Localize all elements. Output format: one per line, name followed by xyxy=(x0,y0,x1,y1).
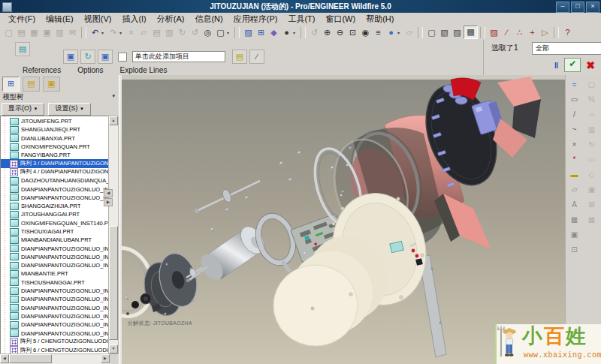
shaded-style-icon[interactable]: ▩ xyxy=(464,26,478,39)
tree-item[interactable]: DIANPIANPANTOUZIGONLUO_INST1.P xyxy=(1,329,110,337)
tree-item[interactable]: DIANPIANPANTOUZIGONLUO_INST1.P xyxy=(1,194,110,202)
tree-item[interactable]: DIANPIANPANTOUZIGONLUO_INST1.P xyxy=(1,261,110,269)
folder-browser-tab[interactable]: ▤ xyxy=(23,77,40,92)
burst-icon[interactable]: * xyxy=(568,154,581,165)
tree-item[interactable]: DIANPIANPANTOUZIGONLUO_INST1.P xyxy=(1,312,110,320)
select-filter-icon[interactable]: ▢ xyxy=(214,26,227,38)
no-hidden-style-icon[interactable]: ▨ xyxy=(451,26,464,38)
zoom-out-icon[interactable]: ⊖ xyxy=(334,26,346,38)
redo-icon-dropdown[interactable]: ▾ xyxy=(119,30,125,35)
undo-icon-dropdown[interactable]: ▾ xyxy=(101,30,107,35)
minimize-button[interactable]: – xyxy=(556,2,569,13)
rotate-resize-icon[interactable]: ↻ xyxy=(585,139,598,150)
favorites-tab[interactable]: ▣ xyxy=(43,77,60,92)
sash-collapse-control[interactable]: ◀ ▶ xyxy=(104,189,113,207)
find-icon[interactable]: ◎ xyxy=(201,26,214,38)
saved-state-icon[interactable]: ▤ xyxy=(232,50,247,64)
ruler-icon[interactable]: ▬ xyxy=(568,169,581,180)
tree-item[interactable]: DIANPIANPANTOUZIGONLUO_INST1.P xyxy=(1,320,110,329)
divide-icon[interactable]: % xyxy=(585,94,598,105)
tree-item[interactable]: DAOZHOUTANHUANGDIANQUA_INSTG xyxy=(1,176,110,185)
close-button[interactable]: × xyxy=(586,2,599,13)
cancel-button[interactable]: ✖ xyxy=(586,59,595,71)
tree-item[interactable]: MIANBANTIE.PRT xyxy=(1,269,110,278)
menu-item[interactable]: 视图(V) xyxy=(79,14,117,25)
tree-item[interactable]: DIANLUBANXIA.PRT xyxy=(1,134,110,143)
vscroll-thumb[interactable] xyxy=(109,226,118,340)
point-display-icon[interactable]: ∴ xyxy=(513,26,526,38)
default-explode-checkbox[interactable] xyxy=(118,53,127,62)
tree-item[interactable]: 阵列 3 / DIANPIANPANTOUZIGONLUO xyxy=(1,159,110,167)
menu-item[interactable]: 分析(A) xyxy=(152,14,190,25)
undo-icon[interactable]: ↶ xyxy=(89,26,101,38)
line-icon[interactable]: / xyxy=(568,109,581,120)
tree-item[interactable]: TISHOUSHANGGAI.PRT xyxy=(1,278,110,287)
render-icon[interactable]: ● xyxy=(280,26,293,38)
dashboard-tab-explode-lines[interactable]: Explode Lines xyxy=(120,66,168,74)
axis-display-icon[interactable]: ∕ xyxy=(500,26,513,38)
menu-item[interactable]: 窗口(W) xyxy=(320,14,361,25)
datum-axis-icon[interactable]: ⊞ xyxy=(255,26,267,38)
scroll-left-icon[interactable]: ◀ xyxy=(0,354,9,363)
explode-position-icon[interactable]: ▣ xyxy=(63,50,78,64)
chamfer-icon[interactable]: ◇ xyxy=(585,169,598,180)
view-manager-icon-dropdown[interactable]: ▾ xyxy=(397,30,403,35)
tree-item[interactable]: OXINGMIFENGQUAN.PRT xyxy=(1,143,110,151)
menu-item[interactable]: 插入(I) xyxy=(116,14,151,25)
header-caret-icon[interactable]: ▾ xyxy=(112,93,115,99)
tree-item[interactable]: DIANPIANPANTOUZIGONLUO_INST1.P xyxy=(1,295,110,303)
datum-plane-icon[interactable]: ▨ xyxy=(242,26,255,38)
dashboard-tab-options[interactable]: Options xyxy=(77,66,103,74)
annotation-display-icon[interactable]: ▷ xyxy=(539,26,551,38)
tree-item[interactable]: DIANPIANPANTOUZIGONLUO_INST1.P xyxy=(1,287,110,295)
pattern-icon[interactable]: ▣ xyxy=(585,184,598,195)
render-icon-dropdown[interactable]: ▾ xyxy=(293,30,298,35)
spline-icon[interactable]: ≈ xyxy=(568,79,581,90)
tree-horizontal-scrollbar[interactable]: ◀ ▶ xyxy=(0,353,110,364)
view-manager-icon[interactable]: ● xyxy=(385,26,397,38)
refit-icon[interactable]: ⊡ xyxy=(346,26,359,38)
filter-combobox[interactable]: 全部 ▼ xyxy=(532,42,601,55)
curve-icon[interactable]: ~ xyxy=(568,124,581,135)
scroll-down-icon[interactable]: ▼ xyxy=(109,344,118,353)
tree-item[interactable]: MIANBANDIANLUBAN.PRT xyxy=(1,236,110,244)
tree-item[interactable]: JITOUSHANGGAI.PRT xyxy=(1,210,110,218)
rect-icon[interactable]: ▭ xyxy=(568,94,581,105)
tree-item[interactable]: TISHOUXIAGAI.PRT xyxy=(1,227,110,236)
sash-collapse-right-icon[interactable]: ▶ xyxy=(104,198,113,206)
tree-item[interactable]: JITOUMIFENG.PRT xyxy=(1,117,110,125)
trim-icon[interactable]: ▱ xyxy=(585,109,598,120)
tree-item[interactable]: DIANPIANPANTOUZIGONLUO_INST1.P xyxy=(1,304,110,312)
style-icon[interactable]: ◆ xyxy=(267,26,280,38)
plane-display-icon[interactable]: ▨ xyxy=(488,26,500,38)
tree-item[interactable]: 阵列 4 / DIANPIANPANTOUZIGONLUO xyxy=(1,168,110,176)
fillet-icon[interactable]: ▭ xyxy=(585,154,598,165)
menu-item[interactable]: 编辑(E) xyxy=(41,14,79,25)
zoom-in-icon[interactable]: ⊕ xyxy=(321,26,334,38)
overlay-icon[interactable]: ⊡ xyxy=(568,244,581,255)
settings-menu-button[interactable]: 设置(S) ▼ xyxy=(48,103,90,116)
hidden-line-style-icon[interactable]: ▧ xyxy=(438,26,451,38)
scroll-right-icon[interactable]: ▶ xyxy=(101,354,110,363)
ok-button[interactable]: ✔ xyxy=(564,58,581,72)
symmetry-icon[interactable]: ⊞ xyxy=(585,199,598,210)
tree-item[interactable]: 阵列 5 / CHENGTOUZIGONLUODING. xyxy=(1,338,110,346)
pause-button[interactable]: ‖ xyxy=(554,61,559,70)
layers-icon[interactable]: ≡ xyxy=(372,26,385,38)
mirror-icon[interactable]: ▢ xyxy=(585,79,598,90)
grid-icon[interactable]: ▦ xyxy=(585,214,598,225)
csys-display-icon[interactable]: + xyxy=(526,26,539,38)
tree-item[interactable]: DIANPIANPANTOUZIGONLUO_INST1.P xyxy=(1,244,110,252)
model-tree-tab[interactable]: ⊞ xyxy=(2,77,20,92)
points-icon[interactable]: × xyxy=(568,139,581,150)
tree-item[interactable]: DIANPIANPANTOUZIGONLUO_INST1.P xyxy=(1,253,110,261)
explode-motion-icon[interactable]: ↻ xyxy=(80,50,95,64)
edit-wand-icon[interactable]: ∕ xyxy=(249,50,264,64)
wireframe-style-icon[interactable]: ▢ xyxy=(425,26,438,38)
scroll-up-icon[interactable]: ▲ xyxy=(109,116,118,125)
context-help-icon[interactable]: ? xyxy=(561,26,574,38)
menu-item[interactable]: 应用程序(P) xyxy=(228,14,283,25)
display-menu-button[interactable]: 显示(O) ▼ xyxy=(2,103,44,116)
tree-item[interactable]: FANGYIBANG.PRT xyxy=(1,151,110,159)
maximize-button[interactable]: □ xyxy=(571,2,584,13)
